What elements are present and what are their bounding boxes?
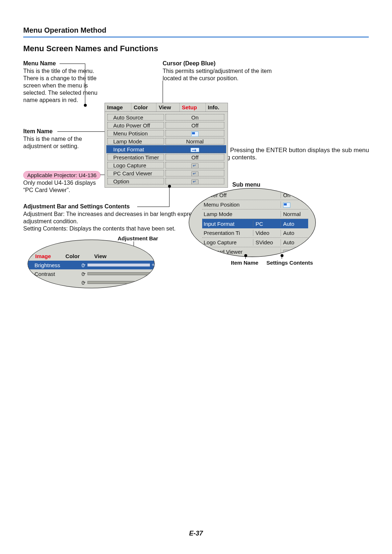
callout-title: Cursor (Deep Blue) [163, 60, 275, 67]
submenu-item-name: Lamp Mode [202, 211, 253, 217]
enter-icon [191, 171, 199, 176]
submenu-row[interactable]: Logo CaptureSVideoAuto [202, 238, 308, 247]
adjustment-row[interactable]: Contrast0 [28, 269, 154, 278]
submenu-col2: SVideo [253, 239, 281, 245]
position-icon [191, 131, 199, 137]
osd-row[interactable]: PC Card Viewer [106, 169, 226, 177]
adjustment-bar[interactable] [87, 264, 150, 266]
adjustment-value: 0 [77, 288, 85, 289]
adjustment-item-name: Brightness [34, 262, 77, 268]
osd-menu: Image Color View Setup Info. Auto Source… [105, 103, 228, 188]
submenu-item-name: Logo Capture [202, 239, 253, 245]
osd-row[interactable]: Logo Capture [106, 161, 226, 169]
submenu-item-name: Memu Position [202, 201, 253, 208]
osd-tab-view[interactable]: View [156, 103, 180, 111]
leader-dot [168, 185, 171, 188]
submenu-item-name: Presentation Ti [202, 230, 253, 236]
osd-tab-info[interactable]: Info. [206, 103, 228, 111]
osd-row[interactable]: Input Format [106, 145, 226, 153]
callout-text: Pressing the ENTER button displays the s… [205, 147, 369, 161]
osd-tab-setup[interactable]: Setup [180, 103, 206, 111]
enter-icon [191, 179, 199, 184]
submenu-item-name: Input Format [202, 221, 253, 227]
callout-applicable: Only model U4-136 displays “PC Card View… [23, 179, 102, 194]
adjustment-bar[interactable] [87, 272, 150, 275]
submenu-row[interactable]: Input FormatPCAuto [202, 219, 308, 228]
submenu-settings-value: Auto [281, 230, 308, 236]
adjustment-row[interactable]: Brightness0 [28, 261, 154, 269]
section-title: Menu Screen Names and Functions [23, 44, 369, 53]
adjustment-row[interactable]: Color0 [28, 278, 154, 287]
submenu-row[interactable]: …wer OffOn [202, 191, 308, 200]
adjustment-item-name: Contrast [34, 271, 77, 277]
enter-icon [191, 163, 199, 168]
osd-row[interactable]: Menu Potision [106, 129, 226, 137]
adj-tab-image[interactable]: Image [28, 252, 58, 260]
callout-text: This permits setting/adjustment of the i… [163, 68, 275, 82]
page-header: Menu Operation Method [23, 26, 369, 37]
submenu-settings-value [281, 201, 308, 208]
osd-tab-bar: Image Color View Setup Info. [105, 103, 228, 112]
leader-line [60, 64, 85, 64]
submenu-settings-value [281, 249, 308, 255]
adjustment-row[interactable]: 0 [28, 287, 154, 288]
adjustment-item-name: Color [34, 280, 77, 286]
callout-cursor: Cursor (Deep Blue) This permits setting/… [163, 60, 275, 82]
submenu-label: Sub menu [232, 182, 260, 188]
leader-line [169, 186, 170, 207]
leader-line [137, 207, 169, 207]
submenu-list: …wer OffOnMemu PositionLamp ModeNormalIn… [202, 191, 308, 257]
adjustment-magnifier: Image Color View Brightness0Contrast0Col… [28, 240, 155, 288]
submenu-settings-value: Auto [281, 239, 308, 245]
leader-dot [281, 254, 283, 257]
submenu-row[interactable]: PC Card Viewer [202, 247, 308, 257]
leader-dot [84, 104, 87, 107]
adj-tab-bar: Image Color View [28, 240, 154, 260]
leader-line [85, 64, 85, 104]
submenu-settings-contents-label: Settings Contents [266, 260, 313, 266]
submenu-row[interactable]: Lamp ModeNormal [202, 209, 308, 219]
osd-tab-image[interactable]: Image [105, 103, 131, 111]
callout-menu-name: Menu Name This is the title of the menu.… [23, 60, 105, 104]
adjustment-bar-label: Adjustment Bar [118, 235, 158, 241]
osd-row[interactable]: Auto Power OffOff [106, 121, 226, 129]
submenu-row[interactable]: Memu Position [202, 200, 308, 209]
adj-row-list: Brightness0Contrast0Color00 [28, 260, 154, 288]
submenu-settings-value: Normal [281, 211, 308, 217]
arrow-right-icon [191, 148, 199, 152]
submenu-settings-value: On [281, 192, 308, 198]
callout-icon: Icon: Pressing the ENTER button displays… [205, 147, 372, 161]
position-icon [283, 203, 290, 208]
applicable-projector-badge: Applicable Projector: U4-136 [23, 171, 101, 179]
leader-dot [244, 254, 247, 257]
osd-row[interactable]: Auto SourceOn [106, 113, 226, 121]
submenu-row[interactable] [202, 257, 308, 257]
adj-tab-color[interactable]: Color [58, 252, 87, 260]
submenu-col2: PC [253, 221, 281, 227]
adjustment-bar[interactable] [87, 281, 150, 284]
page-number: E-37 [0, 530, 392, 537]
submenu-col2: Video [253, 230, 281, 236]
osd-item-list: Auto SourceOnAuto Power OffOffMenu Potis… [105, 112, 228, 187]
callout-text: Only model U4-136 displays “PC Card View… [23, 179, 102, 194]
callout-title: Adjustment Bar and Settings Contents [23, 203, 219, 210]
submenu-row[interactable]: Presentation TiVideoAuto [202, 228, 308, 238]
submenu-item-name: …wer Off [202, 192, 253, 198]
submenu-settings-value: Auto [281, 221, 308, 227]
adj-tab-view[interactable]: View [87, 252, 114, 260]
submenu-magnifier: …wer OffOnMemu PositionLamp ModeNormalIn… [189, 188, 316, 257]
submenu-item-name-label: Item Name [231, 260, 258, 266]
osd-row[interactable]: Presentation TimerOff [106, 153, 226, 161]
leader-line [57, 131, 107, 132]
osd-tab-color[interactable]: Color [131, 103, 156, 111]
osd-row[interactable]: Lamp ModeNormal [106, 137, 226, 145]
callout-text: This is the name of the adjustment or se… [23, 135, 99, 150]
callout-text: This is the title of the menu. There is … [23, 68, 105, 104]
osd-row[interactable]: Option [106, 177, 226, 185]
enter-icon [283, 250, 290, 255]
header-rule [23, 37, 369, 37]
